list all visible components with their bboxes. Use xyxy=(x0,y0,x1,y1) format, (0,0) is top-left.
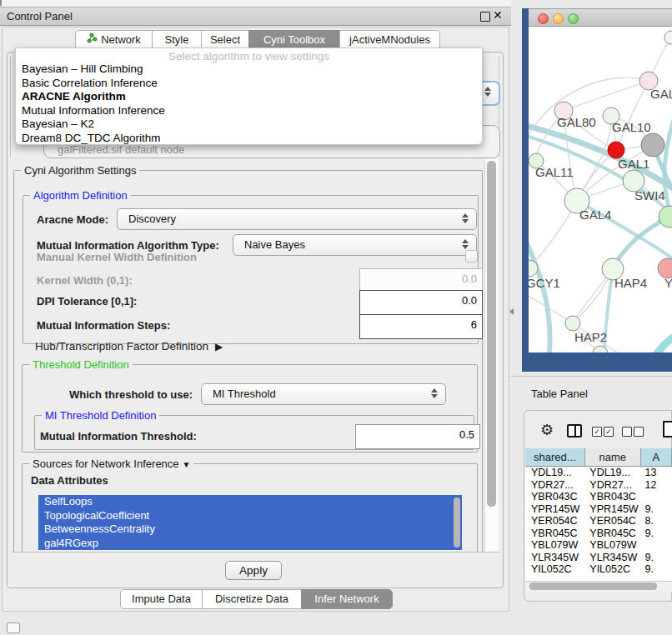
deselect-all-checkbox-icon[interactable] xyxy=(634,427,644,437)
stepper-icon xyxy=(462,213,469,223)
table-row[interactable]: YPR145WYPR145W9. xyxy=(525,503,672,516)
table-row[interactable]: YIL052CYIL052C9. xyxy=(525,563,672,573)
tab-label: Select xyxy=(210,31,240,49)
algorithm-definition-group: Algorithm Definition Aracne Mode: Discov… xyxy=(23,195,479,344)
node-table[interactable]: shared...nameA YDL19...YDL19...13YDR27..… xyxy=(525,448,672,582)
mi-steps-field[interactable]: 6 xyxy=(359,314,483,339)
table-cell: 9. xyxy=(639,503,672,516)
table-cell: YDL19... xyxy=(525,467,584,479)
column-header-name[interactable]: name xyxy=(585,448,641,466)
tab-label: Cyni Toolbox xyxy=(263,31,325,49)
table-panel-title: Table Panel xyxy=(531,388,588,400)
table-row[interactable]: YER054CYER054C8. xyxy=(525,515,672,528)
close-traffic-light-icon[interactable] xyxy=(538,13,549,24)
table-row[interactable]: YDR27...YDR27...12 xyxy=(525,479,672,492)
aracne-mode-select[interactable]: Discovery xyxy=(117,208,477,230)
data-attributes-list[interactable]: SelfLoopsTopologicalCoefficientBetweenne… xyxy=(38,495,462,551)
network-node-gal10[interactable] xyxy=(641,133,664,157)
tab-label: Discretize Data xyxy=(215,590,288,608)
network-node[interactable] xyxy=(664,31,672,44)
table-cell: YDR27... xyxy=(584,479,639,492)
float-window-icon[interactable] xyxy=(480,12,490,22)
table-cell: YLR345W xyxy=(525,552,584,564)
network-node-swi4[interactable] xyxy=(659,206,672,228)
split-columns-icon[interactable] xyxy=(567,424,582,438)
algorithm-option[interactable]: Bayesian – Hill Climbing xyxy=(16,62,482,77)
stepper-icon xyxy=(462,239,469,249)
network-node-hap2[interactable] xyxy=(565,316,580,331)
dpi-tolerance-label: DPI Tolerance [0,1]: xyxy=(37,295,137,308)
table-cell: YBL079W xyxy=(584,539,639,552)
algorithm-dropdown[interactable]: Select algorithm to view settings Bayesi… xyxy=(15,48,483,145)
export-table-icon[interactable] xyxy=(663,421,672,438)
table-cell: YBL079W xyxy=(525,539,584,552)
table-panel-divider xyxy=(511,376,672,377)
algorithm-option[interactable]: Bayesian – K2 xyxy=(16,118,482,132)
gear-icon[interactable]: ⚙ xyxy=(540,421,554,439)
hub-definition-expander[interactable]: Hub/Transcription Factor Definition▶ xyxy=(35,340,223,352)
table-row[interactable]: YLR345WYLR345W9. xyxy=(525,552,672,564)
panel-splitter-handle[interactable] xyxy=(509,308,514,315)
sources-group-title[interactable]: Sources for Network Inference▼ xyxy=(29,458,193,470)
tab-impute-data[interactable]: Impute Data xyxy=(120,589,203,609)
table-cell: 12 xyxy=(639,479,672,492)
deselect-all-checkbox-icon[interactable] xyxy=(622,427,632,437)
table-row[interactable]: YBR045CYBR045C9. xyxy=(525,528,672,540)
node-label-y: Y xyxy=(664,276,672,290)
settings-scrollbar-thumb[interactable] xyxy=(487,161,496,507)
table-header-row: shared...nameA xyxy=(525,448,672,467)
mi-threshold-field[interactable]: 0.5 xyxy=(355,424,480,449)
table-cell: YLR345W xyxy=(584,552,639,564)
attribute-item[interactable]: SelfLoops xyxy=(38,495,462,509)
threshold-definition-title: Threshold Definition xyxy=(29,358,133,371)
zoom-traffic-light-icon[interactable] xyxy=(568,13,579,24)
apply-button[interactable]: Apply xyxy=(225,561,282,580)
sources-group: Sources for Network Inference▼ Data Attr… xyxy=(22,463,478,552)
minimized-panel-icon[interactable] xyxy=(7,622,20,633)
hub-definition-label: Hub/Transcription Factor Definition xyxy=(35,340,208,352)
tab-label: Impute Data xyxy=(132,590,191,608)
table-cell: 9. xyxy=(639,552,672,564)
attribute-list-scrollbar[interactable] xyxy=(454,498,460,548)
table-row[interactable]: YDL19...YDL19...13 xyxy=(525,467,672,479)
algorithm-option[interactable]: Basic Correlation Inference xyxy=(16,77,482,91)
tab-discretize-data[interactable]: Discretize Data xyxy=(202,589,302,609)
dpi-tolerance-field[interactable]: 0.0 xyxy=(359,290,483,315)
table-hscrollbar-thumb[interactable] xyxy=(529,582,657,590)
attribute-item[interactable]: gal4RGexp xyxy=(38,537,462,551)
kernel-width-label: Kernel Width (0,1): xyxy=(37,274,133,287)
select-all-checkbox-icon[interactable]: ✓ xyxy=(592,427,602,437)
stepper-icon xyxy=(431,388,439,398)
network-node[interactable] xyxy=(608,142,624,158)
collapse-arrow-icon: ▼ xyxy=(183,460,191,469)
network-window-titlebar[interactable] xyxy=(529,8,672,27)
tab-infer-network[interactable]: Infer Network xyxy=(301,589,393,609)
tab-label: Network xyxy=(101,31,141,49)
table-row[interactable]: YBL079WYBL079W xyxy=(525,539,672,552)
which-threshold-select[interactable]: MI Threshold xyxy=(201,383,446,405)
data-attributes-label: Data Attributes xyxy=(31,474,108,487)
table-cell: YBR045C xyxy=(525,528,584,540)
column-header-shared-[interactable]: shared... xyxy=(525,448,585,466)
table-cell: YIL052C xyxy=(525,563,584,573)
aracne-mode-label: Aracne Mode: xyxy=(37,213,108,226)
algorithm-option[interactable]: Dream8 DC_TDC Algorithm xyxy=(16,132,482,146)
minimize-traffic-light-icon[interactable] xyxy=(553,13,564,24)
kernel-width-field[interactable]: 0.0 xyxy=(359,268,483,292)
manual-kernel-width-checkbox[interactable] xyxy=(465,250,478,262)
attribute-item[interactable]: TopologicalCoefficient xyxy=(38,509,462,523)
screen: Control Panel ✕ NetworkStyleSelectCyni T… xyxy=(0,0,672,635)
algorithm-option[interactable]: Mutual Information Inference xyxy=(16,104,482,118)
table-cell: YDR27... xyxy=(525,479,584,492)
close-icon[interactable]: ✕ xyxy=(493,8,503,22)
select-all-checkbox-icon[interactable]: ✓ xyxy=(604,427,614,437)
table-cell: YBR043C xyxy=(584,491,639,503)
network-canvas[interactable]: GALGAL80GAL10GAL11GAL1GAL4SWI4GCY1HAP4YH… xyxy=(529,27,672,352)
mi-algorithm-type-select[interactable]: Naive Bayes xyxy=(233,234,477,256)
algorithm-dropdown-placeholder: Select algorithm to view settings xyxy=(16,50,482,62)
attribute-item[interactable]: BetweennessCentrality xyxy=(38,522,462,537)
table-cell xyxy=(639,539,672,552)
table-row[interactable]: YBR043CYBR043C xyxy=(525,491,672,503)
column-header-a[interactable]: A xyxy=(641,448,672,466)
algorithm-option[interactable]: ARACNE Algorithm xyxy=(16,90,482,104)
